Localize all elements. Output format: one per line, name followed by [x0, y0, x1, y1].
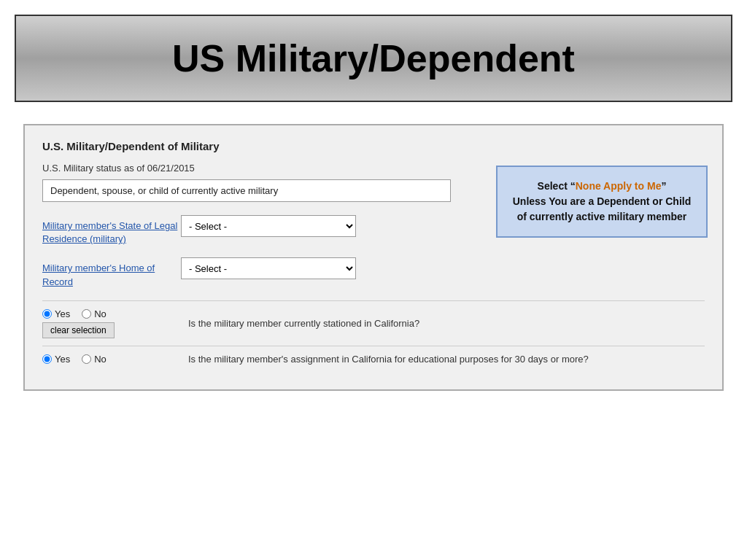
info-line1-before: Select “ — [538, 180, 576, 192]
page-title: US Military/Dependent — [31, 36, 716, 80]
question-stationed: Is the military member currently station… — [188, 318, 705, 329]
status-value: Dependent, spouse, or child of currently… — [42, 179, 451, 202]
question-assignment: Is the military member's assignment in C… — [188, 354, 705, 365]
radio-input-no-assignment[interactable] — [82, 354, 91, 364]
label-home-of-record[interactable]: Military member's Home of Record — [42, 257, 181, 288]
radio-yes-stationed[interactable]: Yes — [42, 308, 70, 319]
form-card: U.S. Military/Dependent of Military U.S.… — [23, 124, 724, 391]
clear-selection-button[interactable]: clear selection — [42, 322, 115, 338]
info-box: Select “None Apply to Me” Unless You are… — [496, 166, 708, 238]
select-state-residence[interactable]: - Select - — [181, 215, 356, 237]
info-line2: Unless You are a Dependent or Child of c… — [513, 195, 692, 222]
radio-input-yes-stationed[interactable] — [42, 309, 52, 319]
radio-yes-assignment[interactable]: Yes — [42, 354, 70, 365]
info-highlight: None Apply to Me — [576, 180, 662, 192]
radio-row-stationed: Yes No clear selection Is the military m… — [42, 300, 705, 346]
field-home-of-record: Military member's Home of Record - Selec… — [42, 257, 705, 288]
radio-col-assignment: Yes No — [42, 354, 188, 365]
radio-no-stationed[interactable]: No — [82, 308, 107, 319]
label-state-residence[interactable]: Military member's State of Legal Residen… — [42, 215, 181, 246]
radio-group-stationed: Yes No — [42, 308, 188, 319]
radio-input-yes-assignment[interactable] — [42, 354, 52, 364]
select-home-of-record[interactable]: - Select - — [181, 257, 356, 279]
page-header: US Military/Dependent — [15, 15, 732, 102]
section-title: U.S. Military/Dependent of Military — [42, 140, 705, 152]
info-line1-after: ” — [661, 180, 666, 192]
radio-input-no-stationed[interactable] — [82, 309, 91, 319]
radio-group-assignment: Yes No — [42, 354, 188, 365]
radio-row-assignment: Yes No Is the military member's assignme… — [42, 346, 705, 372]
radio-col-stationed: Yes No clear selection — [42, 308, 188, 338]
radio-no-assignment[interactable]: No — [82, 354, 107, 365]
